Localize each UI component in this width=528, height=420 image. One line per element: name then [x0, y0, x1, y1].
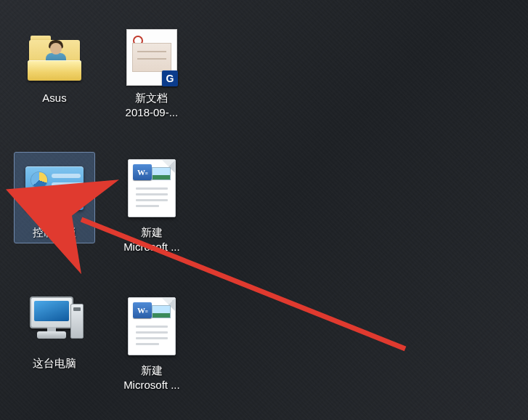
word-document-icon: W≡ [123, 156, 181, 221]
desktop[interactable]: Asus [0, 0, 528, 420]
icon-label: 控制面板 [33, 225, 76, 240]
control-panel-icon [25, 156, 84, 221]
word-document-icon: W≡ [123, 294, 181, 359]
folder-user-icon [25, 28, 84, 86]
desktop-icon-asus[interactable]: Asus [7, 25, 102, 153]
app-badge-icon: G [162, 70, 178, 86]
desktop-icon-scan-document[interactable]: G 新文档 2018-09-... [105, 25, 199, 153]
desktop-icon-grid: Asus [7, 25, 199, 418]
desktop-icon-word-doc-2[interactable]: W≡ 新建 Microsoft ... [105, 291, 199, 418]
scanned-document-icon: G [123, 28, 181, 86]
icon-label: 新建 Microsoft ... [123, 363, 180, 393]
icon-label: 新文档 2018-09-... [126, 91, 179, 121]
computer-icon [25, 294, 84, 352]
icon-label: 这台电脑 [33, 356, 76, 371]
desktop-icon-word-doc-1[interactable]: W≡ 新建 Microsoft ... [105, 153, 199, 291]
icon-label: 新建 Microsoft ... [123, 225, 180, 255]
icon-label: Asus [42, 91, 66, 105]
desktop-icon-this-pc[interactable]: 这台电脑 [7, 291, 102, 418]
desktop-icon-control-panel[interactable]: 控制面板 [7, 153, 102, 291]
